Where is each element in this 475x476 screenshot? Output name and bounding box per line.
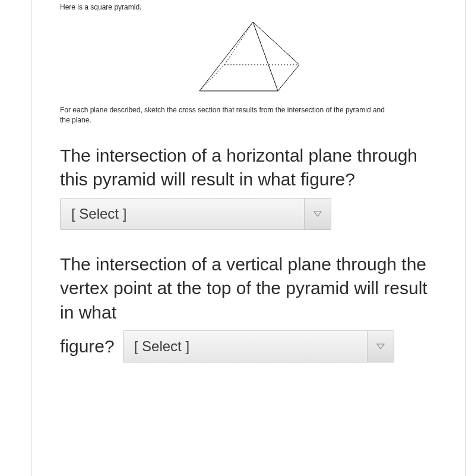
question-2-select-toggle[interactable]: [368, 331, 394, 362]
question-2-row: figure? [ Select ]: [60, 330, 436, 362]
svg-line-4: [278, 65, 299, 91]
question-2-select-value: [ Select ]: [124, 331, 368, 362]
square-pyramid-icon: [189, 18, 308, 96]
svg-line-7: [253, 22, 299, 65]
instructions-text: For each plane described, sketch the cro…: [60, 105, 392, 126]
question-2-trailing-label: figure?: [60, 335, 115, 359]
intro-text: Here is a square pyramid.: [60, 2, 436, 12]
chevron-down-icon: [376, 343, 385, 349]
svg-marker-8: [314, 212, 321, 216]
question-2-select[interactable]: [ Select ]: [123, 330, 394, 362]
svg-line-2: [224, 22, 253, 65]
svg-line-0: [200, 65, 224, 91]
chevron-down-icon: [314, 211, 322, 217]
svg-line-6: [253, 22, 278, 91]
content-panel: Here is a square pyramid. For each plane…: [31, 0, 466, 476]
question-1-text: The intersection of a horizontal plane t…: [60, 144, 436, 192]
page-root: Here is a square pyramid. For each plane…: [0, 0, 475, 476]
pyramid-figure: [60, 18, 436, 96]
svg-marker-9: [377, 344, 384, 349]
question-1-select[interactable]: [ Select ]: [60, 198, 331, 230]
question-1-select-value: [ Select ]: [61, 198, 305, 229]
question-1-select-toggle[interactable]: [305, 198, 331, 229]
svg-line-5: [200, 22, 253, 91]
question-2-text: The intersection of a vertical plane thr…: [60, 253, 436, 325]
